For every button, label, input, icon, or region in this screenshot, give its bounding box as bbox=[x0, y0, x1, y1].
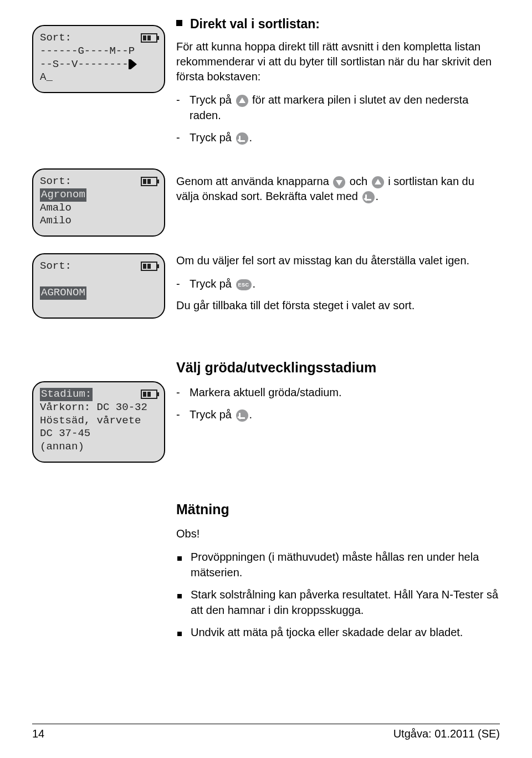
lcd-title: Sort: bbox=[40, 260, 71, 273]
page-number: 14 bbox=[32, 728, 44, 740]
section-heading: Mätning bbox=[176, 501, 500, 518]
dash-bullet: - bbox=[176, 385, 190, 400]
paragraph: Om du väljer fel sort av misstag kan du … bbox=[176, 253, 500, 268]
step-text: Tryck på . bbox=[190, 130, 500, 145]
edition-label: Utgåva: 01.2011 (SE) bbox=[393, 728, 500, 740]
lcd-item: Vårkorn: DC 30-32 bbox=[40, 401, 157, 414]
dash-bullet: - bbox=[176, 407, 190, 422]
intro-paragraph: För att kunna hoppa direkt till rätt avs… bbox=[176, 39, 500, 84]
lcd-screen-stadium: Stadium: Vårkorn: DC 30-32 Höstsäd, vårv… bbox=[32, 381, 165, 463]
lcd-screen-sort-list: Sort: Agronom Amalo Amilo bbox=[32, 168, 165, 237]
up-button-icon bbox=[372, 176, 384, 188]
dash-bullet: - bbox=[176, 276, 190, 291]
esc-button-icon: ESC bbox=[236, 279, 252, 290]
lcd-line: ------G----M--P bbox=[40, 45, 157, 58]
lcd-screen-sort-alpha: Sort: ------G----M--P --S--V-------- A_ bbox=[32, 25, 165, 93]
right-arrow-icon bbox=[129, 59, 137, 69]
step-text: Markera aktuell gröda/stadium. bbox=[190, 385, 500, 400]
lcd-selected-item: Agronom bbox=[40, 188, 86, 202]
lcd-screen-sort-selected: Sort: AGRONOM bbox=[32, 253, 165, 319]
battery-icon bbox=[141, 390, 157, 399]
up-button-icon bbox=[236, 95, 248, 107]
note-text: Stark solstrålning kan påverka resultate… bbox=[191, 587, 500, 618]
section-heading: Välj gröda/utvecklingsstadium bbox=[176, 360, 500, 376]
enter-button-icon bbox=[236, 132, 248, 145]
note-text: Undvik att mäta på tjocka eller skadade … bbox=[191, 624, 500, 640]
note-text: Provöppningen (i mäthuvudet) måste hålla… bbox=[191, 549, 500, 580]
step-text: Tryck på . bbox=[190, 407, 500, 422]
lcd-selected-item: AGRONOM bbox=[40, 286, 86, 300]
lcd-title: Sort: bbox=[40, 175, 71, 188]
battery-icon bbox=[141, 33, 157, 43]
step-text: Tryck på för att markera pilen i slutet … bbox=[190, 92, 500, 123]
lcd-cursor-line: A_ bbox=[40, 71, 157, 84]
enter-button-icon bbox=[236, 409, 248, 422]
square-bullet-icon bbox=[177, 556, 182, 561]
lcd-item: Amilo bbox=[40, 214, 157, 228]
paragraph: Du går tillbaka till det första steget i… bbox=[176, 298, 500, 313]
section-heading: Direkt val i sortlistan: bbox=[190, 17, 320, 32]
page-footer: 14 Utgåva: 01.2011 (SE) bbox=[32, 724, 500, 740]
battery-icon bbox=[141, 262, 157, 271]
square-bullet-icon bbox=[177, 594, 182, 598]
step-text: Tryck på ESC. bbox=[190, 276, 500, 291]
obs-label: Obs! bbox=[176, 526, 500, 541]
battery-icon bbox=[141, 177, 157, 186]
lcd-title-selected: Stadium: bbox=[40, 388, 93, 401]
square-bullet-icon bbox=[176, 20, 182, 26]
lcd-item: Amalo bbox=[40, 202, 157, 215]
lcd-line: --S--V-------- bbox=[40, 58, 129, 71]
lcd-item: DC 37-45 bbox=[40, 427, 157, 441]
dash-bullet: - bbox=[176, 130, 190, 145]
paragraph: Genom att använda knapparna och i sortli… bbox=[176, 174, 500, 204]
down-button-icon bbox=[333, 176, 345, 188]
lcd-title: Sort: bbox=[40, 32, 71, 45]
lcd-item: Höstsäd, vårvete bbox=[40, 414, 157, 428]
enter-button-icon bbox=[362, 191, 375, 203]
square-bullet-icon bbox=[177, 632, 182, 636]
lcd-item: (annan) bbox=[40, 441, 157, 454]
dash-bullet: - bbox=[176, 92, 190, 107]
